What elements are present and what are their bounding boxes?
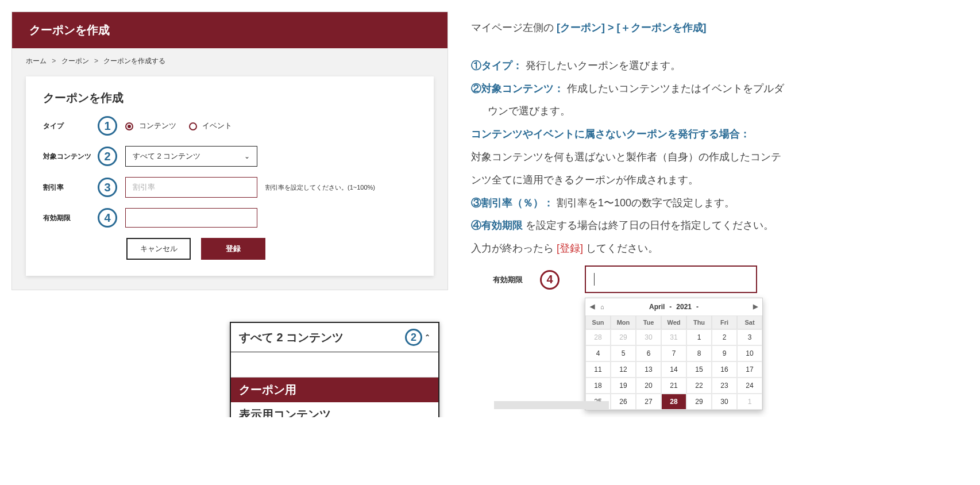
calendar-day[interactable]: 21 (661, 378, 686, 394)
discount-hint: 割引率を設定してください。(1~100%) (265, 183, 375, 192)
calendar-dow: Tue (636, 315, 661, 329)
calendar-day[interactable]: 11 (585, 361, 611, 378)
calendar-day[interactable]: 2 (712, 329, 737, 345)
discount-input[interactable]: 割引率 (125, 177, 257, 198)
dropdown-item[interactable]: 表示用コンテンツ (231, 402, 438, 417)
discount-placeholder: 割引率 (133, 183, 155, 191)
badge-2-small-icon: 2 (405, 329, 422, 346)
nav-sep: > (608, 22, 617, 33)
target-label: 対象コンテンツ (43, 152, 98, 161)
radio-event-label: イベント (202, 121, 232, 130)
instr-line1a: マイページ左側の (471, 22, 557, 33)
instr-final-red: [登録] (557, 242, 583, 254)
calendar-day[interactable]: 18 (585, 378, 611, 394)
instr-type-label: ①タイプ： (471, 60, 523, 71)
radio-contents-label: コンテンツ (139, 121, 176, 130)
target-selected-value: すべて 2 コンテンツ (133, 151, 200, 161)
type-label: タイプ (43, 121, 98, 131)
calendar-dow: Sun (585, 315, 611, 329)
calendar-day[interactable]: 26 (611, 394, 636, 410)
radio-contents[interactable]: コンテンツ (125, 121, 176, 131)
calendar-day[interactable]: 1 (686, 329, 712, 345)
calendar-day[interactable]: 17 (737, 361, 762, 378)
date-input[interactable] (585, 265, 757, 293)
calendar-day[interactable]: 27 (636, 394, 661, 410)
calendar-dow: Mon (611, 315, 636, 329)
text-caret-icon (594, 273, 595, 286)
calendar-day[interactable]: 30 (712, 394, 737, 410)
badge-2-icon: 2 (98, 147, 117, 166)
calendar-day[interactable]: 20 (636, 378, 661, 394)
calendar-day[interactable]: 29 (611, 329, 636, 345)
badge-3-icon: 3 (98, 178, 117, 197)
target-dropdown-open: すべて 2 コンテンツ 2 ⌃ クーポン用 表示用コンテンツ (230, 322, 439, 417)
instr-target-label: ②対象コンテンツ： (471, 83, 564, 94)
breadcrumb: ホーム > クーポン > クーポンを作成する (12, 48, 447, 66)
calendar-day[interactable]: 19 (611, 378, 636, 394)
calendar-day[interactable]: 10 (737, 345, 762, 361)
page-header: クーポンを作成 (12, 12, 447, 48)
chevron-up-icon: ⌃ (425, 333, 430, 341)
instr-special-text1: 対象コンテンツを何も選ばないと製作者（自身）の作成したコンテ (471, 151, 781, 163)
calendar-day[interactable]: 29 (686, 394, 712, 410)
calendar-day[interactable]: 8 (686, 345, 712, 361)
calendar-day[interactable]: 3 (737, 329, 762, 345)
radio-event[interactable]: イベント (189, 121, 233, 131)
calendar-day[interactable]: 16 (712, 361, 737, 378)
calendar-day[interactable]: 22 (686, 378, 712, 394)
calendar-day[interactable]: 5 (611, 345, 636, 361)
instr-final-a: 入力が終わったら (471, 242, 554, 254)
calendar-dow: Fri (712, 315, 737, 329)
calendar-day[interactable]: 13 (636, 361, 661, 378)
calendar-day[interactable]: 31 (661, 329, 686, 345)
breadcrumb-coupon[interactable]: クーポン (61, 57, 89, 65)
calendar-month[interactable]: April (649, 303, 665, 311)
instr-final-b: してください。 (586, 242, 658, 254)
expiry-label: 有効期限 (43, 213, 98, 223)
instr-expiry-label: ④有効期限 (471, 220, 523, 231)
discount-label: 割引率 (43, 183, 98, 193)
instr-special-text2: ンツ全てに適用できるクーポンが作成されます。 (471, 174, 699, 186)
calendar-dow: Thu (686, 315, 712, 329)
calendar-day[interactable]: 6 (636, 345, 661, 361)
dropdown-blank-item[interactable] (231, 352, 438, 378)
calendar-day[interactable]: 9 (712, 345, 737, 361)
expiry-input[interactable] (125, 208, 257, 228)
calendar-day[interactable]: 14 (661, 361, 686, 378)
calendar-home-icon[interactable]: ⌂ (600, 303, 604, 310)
instr-type-text: 発行したいクーポンを選びます。 (526, 60, 681, 71)
calendar-day[interactable]: 30 (636, 329, 661, 345)
target-select[interactable]: すべて 2 コンテンツ ⌄ (125, 146, 257, 167)
badge-4-red-icon: 4 (540, 270, 560, 290)
calendar-day[interactable]: 1 (737, 394, 762, 410)
calendar-next-icon[interactable]: ▶ (753, 303, 758, 310)
calendar-day[interactable]: 23 (712, 378, 737, 394)
calendar-day-selected[interactable]: 28 (661, 394, 686, 410)
calendar-day[interactable]: 12 (611, 361, 636, 378)
calendar-day[interactable]: 24 (737, 378, 762, 394)
calendar-day[interactable]: 15 (686, 361, 712, 378)
calendar-prev-icon[interactable]: ◀ (590, 303, 595, 310)
date-example: 有効期限 4 ◀ ⌂ April - 2021 - ▶ SunMo (471, 265, 969, 406)
form-card: クーポンを作成 タイプ 1 コンテンツ イベント (26, 76, 434, 276)
radio-checked-icon (125, 122, 133, 130)
dropdown-head-label: すべて 2 コンテンツ (239, 330, 344, 345)
calendar-day[interactable]: 7 (661, 345, 686, 361)
instructions: マイページ左側の [クーポン] > [＋クーポンを作成] ①タイプ： 発行したい… (471, 17, 969, 260)
dropdown-item-selected[interactable]: クーポン用 (231, 378, 438, 402)
date-label: 有効期限 (471, 265, 523, 285)
calendar-dow: Wed (661, 315, 686, 329)
calendar-year[interactable]: 2021 (676, 303, 692, 311)
instr-discount-text: 割引率を1〜100の数字で設定します。 (557, 197, 735, 209)
calendar-day[interactable]: 28 (585, 329, 611, 345)
submit-button[interactable]: 登録 (201, 238, 265, 260)
cancel-button[interactable]: キャンセル (126, 238, 191, 260)
calendar-day[interactable]: 4 (585, 345, 611, 361)
badge-1-icon: 1 (98, 116, 117, 136)
calendar-dow: Sat (737, 315, 762, 329)
breadcrumb-current: クーポンを作成する (103, 57, 165, 65)
radio-unchecked-icon (189, 122, 197, 130)
breadcrumb-home[interactable]: ホーム (26, 57, 47, 65)
coupon-form-window: クーポンを作成 ホーム > クーポン > クーポンを作成する クーポンを作成 タ… (11, 11, 448, 290)
badge-4-icon: 4 (98, 208, 117, 228)
